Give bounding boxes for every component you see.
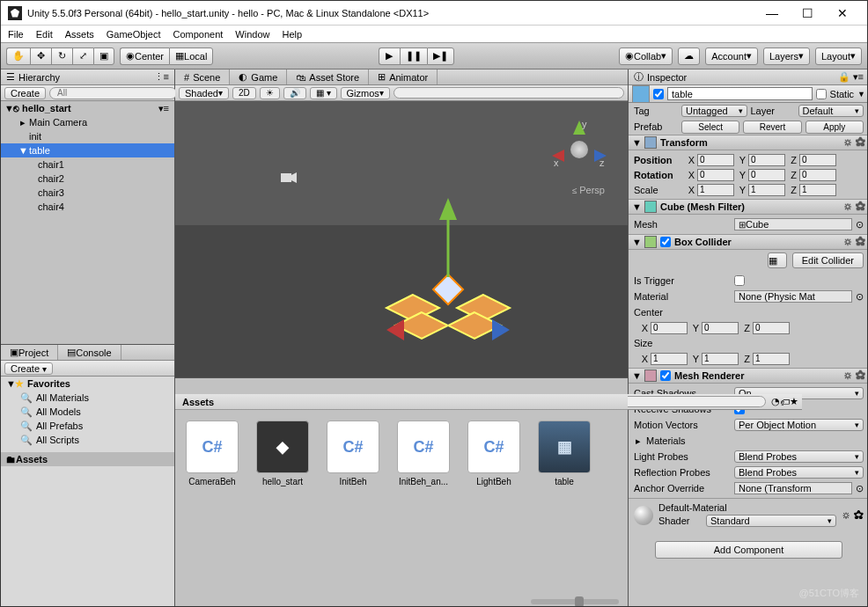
menu-edit[interactable]: Edit [36, 29, 53, 40]
assets-folder[interactable]: 🖿 Assets [1, 452, 174, 466]
2d-toggle[interactable]: 2D [232, 87, 256, 99]
favorite-item[interactable]: 🔍All Materials [1, 391, 174, 405]
favorite-item[interactable]: 🔍All Models [1, 405, 174, 419]
hierarchy-item[interactable]: chair1 [1, 157, 174, 172]
favorite-item[interactable]: 🔍All Scripts [1, 433, 174, 447]
is-trigger-checkbox[interactable] [734, 275, 745, 286]
panel-menu-icon[interactable]: ⋮≡ [154, 71, 169, 83]
step-button[interactable]: ▶❚ [427, 48, 454, 65]
meshfilter-header[interactable]: ▼ Cube (Mesh Filter) ⛭ ✿ [629, 199, 868, 215]
object-picker-icon[interactable]: ⊙ [856, 483, 864, 494]
inspector-tab[interactable]: ⓘ Inspector 🔒 ▾≡ [629, 69, 868, 85]
rot-z-input[interactable] [799, 169, 836, 181]
gameobject-active-checkbox[interactable] [653, 89, 664, 99]
transform-gizmo[interactable] [378, 189, 519, 347]
hierarchy-create-button[interactable]: Create ▾ [4, 87, 46, 99]
account-button[interactable]: Account ▾ [705, 48, 758, 65]
collab-button[interactable]: ◉ Collab ▾ [619, 48, 673, 65]
anchor-override-field[interactable]: None (Transform [734, 482, 852, 494]
menu-window[interactable]: Window [235, 29, 269, 40]
rect-tool-button[interactable]: ▣ [93, 48, 114, 65]
game-tab[interactable]: ◐ Game [230, 69, 287, 84]
component-menu-icon[interactable]: ⛭ ✿ [842, 510, 864, 521]
rot-x-input[interactable] [697, 169, 734, 181]
play-button[interactable]: ▶ [379, 48, 400, 65]
pos-z-input[interactable] [799, 154, 836, 166]
pivot-local-button[interactable]: ▦ Local [169, 48, 213, 65]
hierarchy-item[interactable]: chair4 [1, 200, 174, 214]
scale-tool-button[interactable]: ⤢ [72, 48, 93, 65]
asset-item[interactable]: C#InitBeh [325, 421, 381, 486]
edit-collider-button[interactable]: Edit Collider [792, 252, 864, 268]
asset-item[interactable]: C#InitBeh_an... [395, 421, 452, 486]
search-type-icon[interactable]: 🏷 [780, 397, 790, 407]
favorite-item[interactable]: 🔍All Prefabs [1, 419, 174, 433]
asset-size-slider[interactable] [531, 599, 619, 604]
animator-tab[interactable]: ⊞ Animator [369, 69, 438, 84]
menu-gameobject[interactable]: GameObject [107, 29, 161, 40]
asset-item[interactable]: ▦table [536, 421, 592, 486]
hierarchy-item[interactable]: ▸Main Camera [1, 115, 174, 129]
mesh-field[interactable]: ⊞ Cube [734, 218, 852, 230]
hierarchy-item[interactable]: chair3 [1, 186, 174, 200]
console-tab[interactable]: ▤ Console [58, 345, 121, 360]
shaded-dropdown[interactable]: Shaded ▾ [179, 87, 229, 99]
boxcollider-enabled-checkbox[interactable] [660, 237, 671, 247]
component-menu-icon[interactable]: ⛭ ✿ [843, 237, 865, 247]
scl-y-input[interactable] [748, 184, 785, 196]
hierarchy-search-input[interactable] [49, 87, 177, 99]
menu-assets[interactable]: Assets [65, 29, 94, 40]
size-z-input[interactable] [753, 353, 790, 365]
scl-z-input[interactable] [799, 184, 836, 196]
gameobject-name-input[interactable] [667, 87, 813, 100]
add-component-button[interactable]: Add Component [655, 541, 842, 559]
center-y-input[interactable] [702, 322, 739, 334]
favorites-header[interactable]: ▼★Favorites [1, 377, 174, 391]
center-x-input[interactable] [651, 322, 688, 334]
gizmos-dropdown[interactable]: Gizmos ▾ [341, 87, 390, 99]
prefab-revert-button[interactable]: Revert [743, 121, 801, 134]
layout-button[interactable]: Layout ▾ [815, 48, 862, 65]
minimize-button[interactable]: — [754, 6, 790, 20]
transform-header[interactable]: ▼ Transform ⛭ ✿ [629, 135, 868, 150]
layer-dropdown[interactable]: Default▾ [798, 105, 864, 117]
lighting-toggle[interactable]: ☀ [260, 87, 280, 99]
cloud-button[interactable]: ☁ [678, 48, 700, 65]
static-checkbox[interactable] [816, 89, 827, 99]
asset-item[interactable]: C#CameraBeh [184, 421, 240, 486]
tag-dropdown[interactable]: Untagged▾ [681, 105, 747, 117]
asset-store-tab[interactable]: 🛍 Asset Store [287, 69, 369, 84]
pos-x-input[interactable] [697, 154, 734, 166]
reflection-probes-dropdown[interactable]: Blend Probes▾ [734, 466, 864, 479]
rot-y-input[interactable] [748, 169, 785, 181]
hierarchy-item[interactable]: init [1, 129, 174, 143]
close-button[interactable]: ✕ [825, 6, 860, 20]
material-header[interactable]: Default-Material ShaderStandard▾ ⛭ ✿ [629, 498, 868, 532]
object-picker-icon[interactable]: ⊙ [856, 291, 864, 303]
center-z-input[interactable] [753, 322, 790, 334]
component-menu-icon[interactable]: ⛭ ✿ [843, 370, 865, 381]
scene-tab[interactable]: # Scene [175, 69, 230, 84]
rotate-tool-button[interactable]: ↻ [51, 48, 72, 65]
size-x-input[interactable] [651, 353, 688, 365]
size-y-input[interactable] [702, 353, 739, 365]
menu-component[interactable]: Component [173, 29, 223, 40]
edit-collider-icon-button[interactable]: ▦ [768, 252, 787, 268]
lock-icon[interactable]: 🔒 ▾≡ [838, 71, 864, 83]
hierarchy-item-selected[interactable]: ▼table [1, 143, 174, 157]
project-create-button[interactable]: Create ▾ [4, 362, 53, 375]
menu-file[interactable]: File [8, 29, 24, 40]
search-filter-icon[interactable]: ◔ [771, 396, 780, 407]
pause-button[interactable]: ❚❚ [400, 48, 427, 65]
move-tool-button[interactable]: ✥ [30, 48, 51, 65]
asset-item[interactable]: ◆hello_start [254, 421, 311, 486]
search-save-icon[interactable]: ★ [790, 396, 798, 407]
hierarchy-tab[interactable]: ☰ Hierarchy ⋮≡ [1, 69, 174, 85]
meshrenderer-header[interactable]: ▼ Mesh Renderer ⛭ ✿ [629, 368, 868, 384]
boxcollider-header[interactable]: ▼ Box Collider ⛭ ✿ [629, 234, 868, 250]
object-picker-icon[interactable]: ⊙ [856, 219, 864, 230]
component-menu-icon[interactable]: ⛭ ✿ [843, 137, 865, 148]
hierarchy-item[interactable]: chair2 [1, 172, 174, 186]
scene-search-input[interactable] [394, 87, 624, 99]
shader-dropdown[interactable]: Standard▾ [706, 515, 836, 527]
